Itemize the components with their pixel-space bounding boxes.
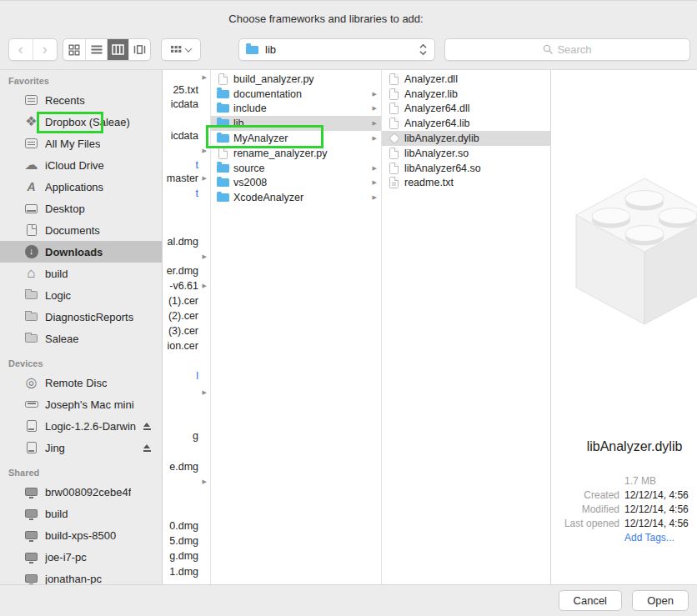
open-button[interactable]: Open: [632, 590, 689, 611]
icon-view-button[interactable]: [63, 39, 85, 60]
file-name-label: Analyzer64.lib: [404, 118, 470, 129]
sidebar-item-logic-1-2-6-darwin[interactable]: Logic-1.2.6-Darwin: [0, 415, 162, 437]
file-fragment-row[interactable]: t: [163, 186, 210, 201]
sidebar-icon-wrap: [23, 178, 40, 195]
sidebar-item-remote-disc[interactable]: Remote Disc: [0, 372, 162, 393]
sidebar-item-saleae[interactable]: Saleae: [0, 328, 162, 349]
file-fragment-label: al.dmg: [167, 236, 198, 248]
sidebar-item-build-xps-8500[interactable]: build-xps-8500: [0, 524, 162, 546]
file-fragment-row[interactable]: -v6.61▶: [163, 278, 210, 293]
folder-row-documentation[interactable]: documentation▶: [211, 87, 381, 102]
eject-icon[interactable]: [143, 423, 152, 430]
file-fragment-row[interactable]: ▶: [163, 249, 210, 264]
file-fragment-row[interactable]: 25.txt: [163, 83, 210, 98]
coverflow-view-button[interactable]: [128, 39, 150, 60]
sidebar-item-label: iCloud Drive: [45, 159, 104, 172]
file-fragment-row[interactable]: e.dmg: [163, 459, 210, 474]
file-icon-wrap: [216, 191, 230, 204]
list-view-button[interactable]: [85, 39, 107, 60]
view-mode-control: [63, 38, 151, 61]
file-fragment-label: g.dmg: [169, 550, 198, 562]
file-fragment-row[interactable]: master▶: [163, 171, 210, 186]
sidebar-icon-wrap: [23, 396, 40, 413]
navigation-buttons: ‹ ›: [8, 38, 58, 61]
file-fragment-row[interactable]: 5.dmg: [163, 533, 210, 548]
file-fragment-row[interactable]: (1).cer: [163, 293, 210, 308]
file-row-libanalyzer-dylib[interactable]: libAnalyzer.dylib: [382, 131, 550, 146]
cancel-button[interactable]: Cancel: [559, 590, 622, 611]
sidebar-item-recents[interactable]: Recents: [0, 89, 162, 111]
sidebar-item-joe-i7-pc[interactable]: joe-i7-pc: [0, 546, 162, 568]
arrange-menu-button[interactable]: [161, 38, 201, 61]
folder-row-vs2008[interactable]: vs2008▶: [211, 176, 381, 191]
sidebar-icon-wrap: [23, 418, 40, 434]
sidebar-item-applications[interactable]: Applications: [0, 176, 162, 198]
sidebar-item-label: All My Files: [45, 138, 100, 150]
folder-row-source[interactable]: source▶: [211, 161, 381, 176]
sidebar-icon-wrap: [23, 505, 40, 522]
file-fragment-row[interactable]: 0.dmg: [163, 518, 210, 533]
file-name-label: rename_analyzer.py: [233, 148, 328, 159]
file-row-build-analyzer-py[interactable]: build_analyzer.py: [211, 72, 381, 87]
add-tags-link[interactable]: Add Tags...: [624, 532, 674, 543]
sidebar-item-build[interactable]: build: [0, 503, 162, 524]
file-row-libanalyzer-so[interactable]: libAnalyzer.so: [382, 146, 550, 161]
file-row-analyzer-dll[interactable]: Analyzer.dll: [382, 72, 550, 87]
file-fragment-row[interactable]: icdata: [163, 128, 210, 143]
file-fragment-row[interactable]: ion.cer: [163, 338, 210, 353]
preview-size-row: 1.7 MB: [551, 473, 697, 488]
sidebar-item-desktop[interactable]: Desktop: [0, 198, 162, 219]
sidebar-item-logic[interactable]: Logic: [0, 284, 162, 306]
file-row-analyzer64-lib[interactable]: Analyzer64.lib: [382, 116, 550, 131]
file-fragment-row[interactable]: (2).cer: [163, 308, 210, 323]
sidebar-item-diagnosticreports[interactable]: DiagnosticReports: [0, 306, 162, 328]
search-input[interactable]: Search: [444, 38, 690, 61]
file-fragment-row[interactable]: ▶: [163, 474, 210, 489]
file-row-readme-txt[interactable]: readme.txt: [382, 176, 550, 191]
sidebar-item-downloads[interactable]: Downloads: [0, 241, 162, 263]
sidebar-item-jonathan-pc[interactable]: jonathan-pc: [0, 568, 162, 585]
sidebar-item-brw008092cebe4f[interactable]: brw008092cebe4f: [0, 481, 162, 503]
column-view-button[interactable]: [107, 39, 128, 60]
file-fragment-label: icdata: [171, 130, 198, 142]
location-popup[interactable]: lib: [238, 38, 435, 61]
file-fragment-row[interactable]: er.dmg: [163, 263, 210, 278]
file-fragment-row[interactable]: g.dmg: [163, 548, 210, 563]
sidebar-item-joseph-s-mac-mini[interactable]: Joseph's Mac mini: [0, 393, 162, 415]
file-fragment-row[interactable]: icdata: [163, 97, 210, 112]
folder-row-include[interactable]: include▶: [211, 102, 381, 117]
forward-button[interactable]: ›: [33, 39, 58, 60]
file-fragment-label: (1).cer: [168, 295, 198, 307]
sidebar-icon-wrap: [23, 243, 40, 260]
disclosure-arrow-icon: ▶: [373, 119, 377, 128]
sidebar-item-icloud-drive[interactable]: iCloud Drive: [0, 154, 162, 176]
eject-icon[interactable]: [143, 444, 152, 452]
sidebar-item-build[interactable]: build: [0, 263, 162, 284]
file-row-analyzer64-dll[interactable]: Analyzer64.dll: [382, 102, 550, 117]
sidebar-section-title: Shared: [0, 458, 162, 481]
sidebar-icon-wrap: [23, 439, 40, 456]
file-fragment-row[interactable]: l: [163, 368, 210, 383]
folder-row-xcodeanalyzer[interactable]: XcodeAnalyzer▶: [211, 190, 381, 205]
file-fragment-row[interactable]: 1.dmg: [163, 564, 210, 579]
back-button[interactable]: ‹: [9, 39, 33, 60]
file-icon-wrap: [216, 162, 230, 175]
disclosure-arrow-icon: ▶: [203, 175, 207, 182]
file-fragment-row[interactable]: al.dmg: [163, 234, 210, 249]
file-fragment-label: 5.dmg: [169, 535, 198, 547]
sidebar-item-jing[interactable]: Jing: [0, 437, 162, 458]
file-icon-wrap: [216, 176, 230, 189]
file-row-analyzer-lib[interactable]: Analyzer.lib: [382, 87, 550, 102]
file-fragment-row[interactable]: (3).cer: [163, 323, 210, 338]
disclosure-arrow-icon: ▶: [373, 178, 377, 187]
file-fragment-label: -v6.61: [169, 280, 198, 292]
folder-gray-icon: [25, 334, 38, 343]
file-fragment-row[interactable]: ▶: [163, 143, 210, 158]
file-row-libanalyzer64-so[interactable]: libAnalyzer64.so: [382, 161, 550, 176]
file-fragment-label: er.dmg: [167, 265, 198, 277]
file-fragment-row[interactable]: g: [163, 428, 210, 443]
sidebar-item-documents[interactable]: Documents: [0, 219, 162, 241]
file-fragment-row[interactable]: ▶: [163, 385, 210, 400]
sidebar-item-all-my-files[interactable]: All My Files: [0, 133, 162, 154]
sidebar-item-label: DiagnosticReports: [45, 311, 133, 323]
